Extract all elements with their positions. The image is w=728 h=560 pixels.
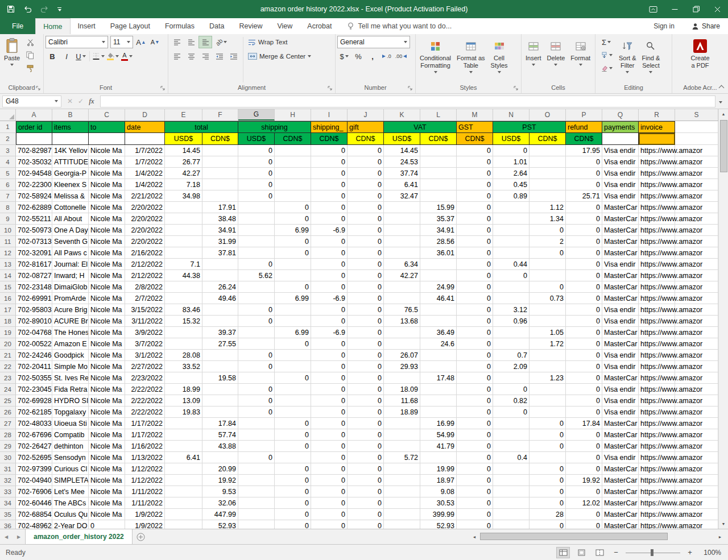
row-header-23[interactable]: 23 <box>0 372 16 384</box>
cell-G2[interactable]: USD$ <box>238 133 275 145</box>
cell-A31[interactable]: 702-97399 <box>16 463 52 475</box>
cell-L34[interactable]: 30.53 <box>420 497 457 509</box>
cell-M14[interactable]: 0 <box>457 270 493 281</box>
row-header-6[interactable]: 6 <box>0 179 16 190</box>
cell-K11[interactable] <box>384 236 420 247</box>
formula-bar-expand-icon[interactable] <box>719 97 726 105</box>
cell-L11[interactable]: 28.56 <box>420 236 457 247</box>
row-header-28[interactable]: 28 <box>0 429 16 441</box>
cell-H24[interactable] <box>275 384 311 395</box>
cell-J5[interactable]: 0 <box>348 168 384 179</box>
cell-F18[interactable] <box>202 316 238 327</box>
cell-I21[interactable]: 0 <box>311 350 348 361</box>
cell-M7[interactable]: 0 <box>457 190 493 202</box>
cell-R33[interactable]: https://www.amazor <box>639 486 675 497</box>
cell-A29[interactable]: 702-26427 <box>16 441 52 452</box>
row-header-32[interactable]: 32 <box>0 475 16 486</box>
row-header-2[interactable]: 2 <box>0 133 16 145</box>
row-header-29[interactable]: 29 <box>0 441 16 452</box>
cell-P21[interactable]: 0 <box>566 350 602 361</box>
cell-I28[interactable]: 0 <box>311 429 348 441</box>
create-pdf-button[interactable]: Create a PDF <box>688 36 712 84</box>
align-left-button[interactable] <box>170 50 184 63</box>
cell-B30[interactable]: Sensodyn <box>52 452 89 463</box>
cell-C23[interactable]: Nicole Ma <box>89 372 125 384</box>
autosum-button[interactable]: Σ <box>597 36 615 48</box>
cell-K33[interactable] <box>384 486 420 497</box>
cell-F23[interactable]: 19.58 <box>202 372 238 384</box>
cell-G30[interactable]: 0 <box>238 452 275 463</box>
cell-P36[interactable]: 0 <box>566 520 602 529</box>
cell-M6[interactable]: 0 <box>457 179 493 190</box>
cell-M17[interactable]: 0 <box>457 304 493 316</box>
cell-G21[interactable]: 0 <box>238 350 275 361</box>
cell-Q8[interactable]: MasterCar <box>602 202 639 213</box>
cell-K28[interactable] <box>384 429 420 441</box>
cell-I24[interactable]: 0 <box>311 384 348 395</box>
cell-A14[interactable]: 702-08727 <box>16 270 52 281</box>
cell-L25[interactable] <box>420 395 457 406</box>
cell-I33[interactable]: 0 <box>311 486 348 497</box>
cell-O34[interactable]: 0 <box>530 497 566 509</box>
cell-F13[interactable] <box>202 259 238 270</box>
cell-E12[interactable] <box>165 247 202 259</box>
cell-H22[interactable] <box>275 361 311 372</box>
cell-F14[interactable] <box>202 270 238 281</box>
cell-J16[interactable]: 0 <box>348 293 384 304</box>
cell-N11[interactable] <box>493 236 530 247</box>
cell-F33[interactable]: 9.53 <box>202 486 238 497</box>
cell-E13[interactable]: 7.1 <box>165 259 202 270</box>
cell-P11[interactable]: 0 <box>566 236 602 247</box>
cell-G1[interactable]: shipping <box>238 121 311 133</box>
cell-O15[interactable]: 0 <box>530 281 566 293</box>
cell-P26[interactable]: 0 <box>566 406 602 418</box>
cell-H20[interactable]: 0 <box>275 338 311 350</box>
cell-H26[interactable] <box>275 406 311 418</box>
cell-N28[interactable] <box>493 429 530 441</box>
cell-K32[interactable] <box>384 475 420 486</box>
cell-R13[interactable]: https://www.amazor <box>639 259 675 270</box>
row-header-27[interactable]: 27 <box>0 418 16 429</box>
cell-O24[interactable] <box>530 384 566 395</box>
cell-L7[interactable] <box>420 190 457 202</box>
cell-E24[interactable]: 18.99 <box>165 384 202 395</box>
cell-K13[interactable]: 6.34 <box>384 259 420 270</box>
customize-quick-access-icon[interactable] <box>57 7 61 11</box>
cell-J12[interactable]: 0 <box>348 247 384 259</box>
row-header-34[interactable]: 34 <box>0 497 16 509</box>
cell-C35[interactable]: Nicole Ma <box>89 509 125 520</box>
cell-F27[interactable]: 17.84 <box>202 418 238 429</box>
cell-O33[interactable]: 0 <box>530 486 566 497</box>
cell-C7[interactable]: Nicole Ma <box>89 190 125 202</box>
cell-P35[interactable]: 0 <box>566 509 602 520</box>
cell-Q28[interactable]: MasterCar <box>602 429 639 441</box>
cell-D17[interactable]: 3/15/2022 <box>125 304 165 316</box>
cell-L8[interactable]: 15.99 <box>420 202 457 213</box>
cell-L28[interactable]: 54.99 <box>420 429 457 441</box>
cell-L24[interactable] <box>420 384 457 395</box>
cell-N2[interactable]: USD$ <box>493 133 530 145</box>
cell-A19[interactable]: 702-04768 <box>16 327 52 338</box>
cell-I23[interactable]: 0 <box>311 372 348 384</box>
cell-D34[interactable]: 1/11/2022 <box>125 497 165 509</box>
cell-M4[interactable]: 0 <box>457 156 493 168</box>
cell-G4[interactable]: 0 <box>238 156 275 168</box>
cell-F24[interactable] <box>202 384 238 395</box>
font-dialog-launcher[interactable] <box>160 86 166 92</box>
cell-C26[interactable]: Nicole Ma <box>89 406 125 418</box>
cell-K29[interactable] <box>384 441 420 452</box>
cell-N27[interactable] <box>493 418 530 429</box>
cell-G20[interactable] <box>238 338 275 350</box>
cell-C8[interactable]: Nicole Ma <box>89 202 125 213</box>
cell-C2[interactable] <box>89 133 125 145</box>
cell-A25[interactable]: 702-69928 <box>16 395 52 406</box>
cell-R32[interactable]: https://www.amazor <box>639 475 675 486</box>
cell-E14[interactable]: 44.38 <box>165 270 202 281</box>
cell-O35[interactable]: 28 <box>530 509 566 520</box>
cell-H12[interactable]: 0 <box>275 247 311 259</box>
cell-K31[interactable] <box>384 463 420 475</box>
align-center-button[interactable] <box>184 50 198 63</box>
close-button[interactable] <box>707 0 728 18</box>
row-header-26[interactable]: 26 <box>0 406 16 418</box>
cell-B32[interactable]: SIMPLETA <box>52 475 89 486</box>
